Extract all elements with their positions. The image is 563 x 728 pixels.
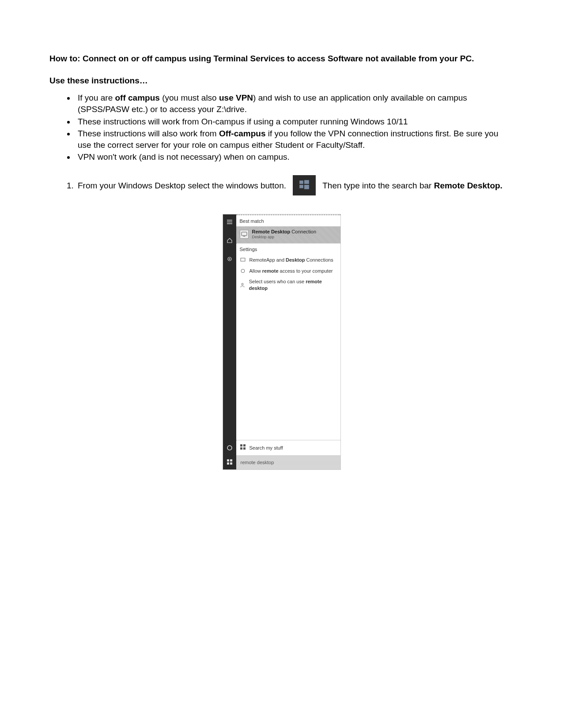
best-match-subtitle: Desktop app [252, 235, 317, 240]
bold-text: Off-campus [219, 129, 266, 138]
svg-rect-17 [243, 444, 246, 447]
start-menu: Best match Remote Desktop Connection Des… [223, 214, 341, 470]
settings-item-icon [240, 257, 246, 263]
svg-rect-18 [240, 447, 242, 450]
best-match-result[interactable]: Remote Desktop Connection Desktop app [236, 226, 340, 243]
settings-result-item[interactable]: Select users who can use remote desktop [236, 276, 340, 294]
search-my-stuff-label: Search my stuff [249, 445, 283, 451]
settings-item-text: RemoteApp and Desktop Connections [249, 257, 333, 263]
start-menu-rail [223, 214, 236, 469]
search-bar[interactable] [236, 455, 340, 469]
instructions-subheading: Use these instructions… [49, 75, 514, 86]
svg-rect-10 [230, 462, 232, 465]
home-icon[interactable] [227, 237, 233, 244]
svg-point-14 [241, 269, 245, 273]
hamburger-icon[interactable] [227, 219, 233, 225]
svg-rect-11 [242, 232, 247, 236]
remote-desktop-icon [240, 230, 249, 239]
start-menu-screenshot: Best match Remote Desktop Connection Des… [49, 214, 514, 470]
search-input[interactable] [240, 459, 337, 465]
step-1-text-bold: Remote Desktop. [434, 181, 503, 190]
cortana-icon[interactable] [227, 445, 233, 451]
windows-logo-icon [293, 175, 316, 195]
settings-item-icon [240, 268, 246, 274]
page-title: How to: Connect on or off campus using T… [49, 53, 514, 64]
settings-result-item[interactable]: RemoteApp and Desktop Connections [236, 255, 340, 266]
windows-tiles-icon[interactable] [227, 459, 233, 465]
svg-rect-1 [304, 180, 309, 184]
settings-item-icon [240, 282, 246, 288]
svg-rect-8 [230, 459, 232, 462]
settings-label: Settings [236, 243, 340, 255]
svg-point-15 [242, 283, 243, 285]
text: (you must also [160, 93, 219, 102]
bullet-item: If you are off campus (you must also use… [75, 92, 514, 115]
svg-point-6 [227, 446, 232, 450]
settings-result-item[interactable]: Allow remote access to your computer [236, 266, 340, 277]
svg-rect-0 [299, 180, 303, 184]
bullet-item: VPN won't work (and is not necessary) wh… [75, 151, 514, 163]
svg-rect-2 [299, 185, 303, 188]
step-1-text-post: Then type into the search bar [322, 181, 434, 190]
step-1: From your Windows Desktop select the win… [76, 176, 514, 196]
bold-text: off campus [115, 93, 160, 102]
bold-text: use VPN [219, 93, 253, 102]
start-menu-results: Best match Remote Desktop Connection Des… [236, 214, 340, 469]
best-match-label: Best match [236, 214, 340, 226]
gear-icon[interactable] [227, 256, 233, 262]
svg-rect-19 [243, 447, 246, 450]
text: These instructions will also work from [78, 129, 219, 138]
step-1-text-pre: From your Windows Desktop select the win… [78, 181, 286, 190]
search-my-stuff[interactable]: Search my stuff [236, 440, 340, 455]
instruction-bullet-list: If you are off campus (you must also use… [49, 92, 514, 163]
svg-rect-12 [243, 236, 245, 236]
numbered-steps: From your Windows Desktop select the win… [49, 176, 514, 196]
svg-rect-3 [304, 185, 309, 189]
store-icon [240, 444, 246, 452]
svg-point-5 [229, 259, 230, 260]
svg-rect-16 [240, 444, 242, 447]
best-match-title: Remote Desktop Connection [252, 229, 317, 235]
svg-rect-7 [227, 459, 229, 462]
text: If you are [78, 93, 115, 102]
bullet-item: These instructions will work from On-cam… [75, 116, 514, 128]
svg-rect-13 [241, 258, 245, 261]
svg-rect-9 [227, 462, 229, 465]
bullet-item: These instructions will also work from O… [75, 128, 514, 150]
settings-item-text: Select users who can use remote desktop [249, 278, 337, 292]
settings-item-text: Allow remote access to your computer [249, 268, 333, 274]
